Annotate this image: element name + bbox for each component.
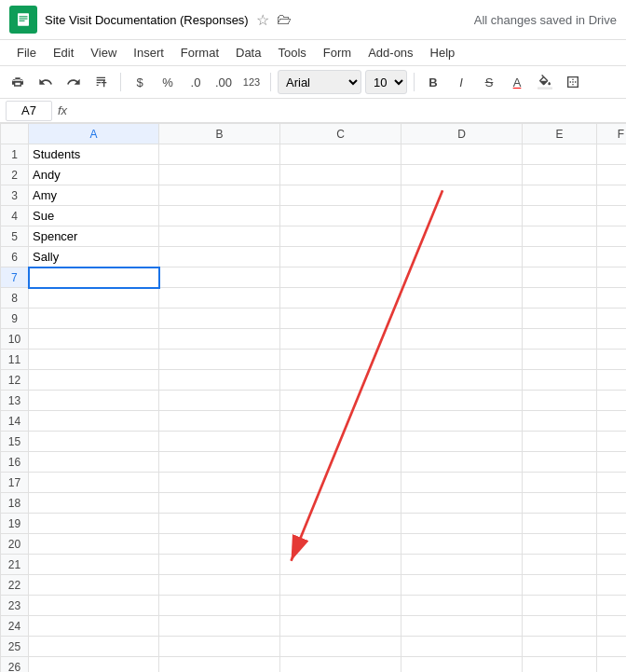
cell-D15[interactable]: [401, 432, 523, 452]
bold-button[interactable]: B: [421, 70, 445, 94]
cell-C9[interactable]: [280, 309, 401, 329]
cell-B2[interactable]: [159, 165, 280, 185]
row-header-9[interactable]: 9: [1, 309, 29, 329]
cell-A12[interactable]: [29, 370, 159, 391]
cell-A9[interactable]: [29, 309, 159, 329]
font-selector[interactable]: Arial: [278, 70, 361, 94]
cell-E2[interactable]: [523, 165, 597, 185]
cell-B14[interactable]: [159, 411, 280, 432]
menu-form[interactable]: Form: [316, 42, 359, 63]
cell-F8[interactable]: [597, 288, 627, 309]
fill-color-button[interactable]: [533, 70, 557, 94]
cell-B16[interactable]: [159, 452, 280, 473]
cell-B25[interactable]: [159, 637, 280, 657]
cell-E19[interactable]: [523, 514, 597, 534]
cell-C21[interactable]: [280, 555, 401, 575]
cell-D10[interactable]: [401, 329, 523, 350]
menu-format[interactable]: Format: [173, 42, 226, 63]
menu-file[interactable]: File: [9, 42, 44, 63]
cell-D1[interactable]: [401, 144, 523, 165]
cell-B5[interactable]: [159, 226, 280, 247]
row-header-2[interactable]: 2: [1, 165, 29, 185]
cell-F1[interactable]: [597, 144, 627, 165]
cell-A4[interactable]: Sue: [29, 206, 159, 226]
cell-A23[interactable]: [29, 596, 159, 616]
folder-icon[interactable]: 🗁: [277, 11, 292, 28]
cell-B24[interactable]: [159, 616, 280, 637]
cell-A26[interactable]: [29, 657, 159, 673]
row-header-14[interactable]: 14: [1, 411, 29, 432]
cell-E24[interactable]: [523, 616, 597, 637]
cell-C12[interactable]: [280, 370, 401, 391]
row-header-16[interactable]: 16: [1, 452, 29, 473]
cell-C19[interactable]: [280, 514, 401, 534]
cell-C11[interactable]: [280, 350, 401, 370]
cell-E15[interactable]: [523, 432, 597, 452]
menu-addons[interactable]: Add-ons: [361, 42, 420, 63]
strikethrough-button[interactable]: S: [477, 70, 501, 94]
cell-reference-input[interactable]: [6, 101, 52, 121]
col-header-C[interactable]: C: [280, 124, 401, 144]
cell-A1[interactable]: Students: [29, 144, 159, 165]
cell-C8[interactable]: [280, 288, 401, 309]
paint-format-button[interactable]: [89, 70, 114, 94]
more-formats-button[interactable]: 123: [239, 70, 264, 94]
cell-A7[interactable]: [29, 267, 159, 288]
cell-C7[interactable]: [280, 267, 401, 288]
cell-A13[interactable]: [29, 391, 159, 411]
borders-button[interactable]: [561, 70, 585, 94]
cell-F13[interactable]: [597, 391, 627, 411]
cell-B6[interactable]: [159, 247, 280, 267]
row-header-7[interactable]: 7: [1, 267, 29, 288]
cell-E17[interactable]: [523, 473, 597, 493]
row-header-13[interactable]: 13: [1, 391, 29, 411]
cell-C6[interactable]: [280, 247, 401, 267]
cell-E21[interactable]: [523, 555, 597, 575]
print-button[interactable]: [6, 70, 30, 94]
row-header-18[interactable]: 18: [1, 493, 29, 514]
cell-D5[interactable]: [401, 226, 523, 247]
cell-E12[interactable]: [523, 370, 597, 391]
cell-F14[interactable]: [597, 411, 627, 432]
cell-F11[interactable]: [597, 350, 627, 370]
cell-A6[interactable]: Sally: [29, 247, 159, 267]
cell-F24[interactable]: [597, 616, 627, 637]
decimal-dec-button[interactable]: .0: [184, 70, 208, 94]
cell-A25[interactable]: [29, 637, 159, 657]
cell-F18[interactable]: [597, 493, 627, 514]
cell-E16[interactable]: [523, 452, 597, 473]
cell-B21[interactable]: [159, 555, 280, 575]
row-header-11[interactable]: 11: [1, 350, 29, 370]
menu-tools[interactable]: Tools: [270, 42, 313, 63]
cell-D17[interactable]: [401, 473, 523, 493]
cell-A19[interactable]: [29, 514, 159, 534]
star-icon[interactable]: ☆: [256, 11, 269, 29]
cell-F10[interactable]: [597, 329, 627, 350]
cell-D14[interactable]: [401, 411, 523, 432]
cell-B22[interactable]: [159, 575, 280, 596]
cell-B20[interactable]: [159, 534, 280, 555]
cell-F2[interactable]: [597, 165, 627, 185]
row-header-1[interactable]: 1: [1, 144, 29, 165]
cell-E6[interactable]: [523, 247, 597, 267]
cell-D6[interactable]: [401, 247, 523, 267]
cell-C20[interactable]: [280, 534, 401, 555]
cell-B3[interactable]: [159, 185, 280, 206]
cell-D26[interactable]: [401, 657, 523, 673]
undo-button[interactable]: [34, 70, 58, 94]
cell-D24[interactable]: [401, 616, 523, 637]
cell-C15[interactable]: [280, 432, 401, 452]
cell-D25[interactable]: [401, 637, 523, 657]
cell-B4[interactable]: [159, 206, 280, 226]
menu-data[interactable]: Data: [228, 42, 268, 63]
row-header-24[interactable]: 24: [1, 616, 29, 637]
cell-E7[interactable]: [523, 267, 597, 288]
row-header-3[interactable]: 3: [1, 185, 29, 206]
cell-B9[interactable]: [159, 309, 280, 329]
cell-B15[interactable]: [159, 432, 280, 452]
cell-F4[interactable]: [597, 206, 627, 226]
cell-E10[interactable]: [523, 329, 597, 350]
row-header-17[interactable]: 17: [1, 473, 29, 493]
cell-C26[interactable]: [280, 657, 401, 673]
cell-C24[interactable]: [280, 616, 401, 637]
